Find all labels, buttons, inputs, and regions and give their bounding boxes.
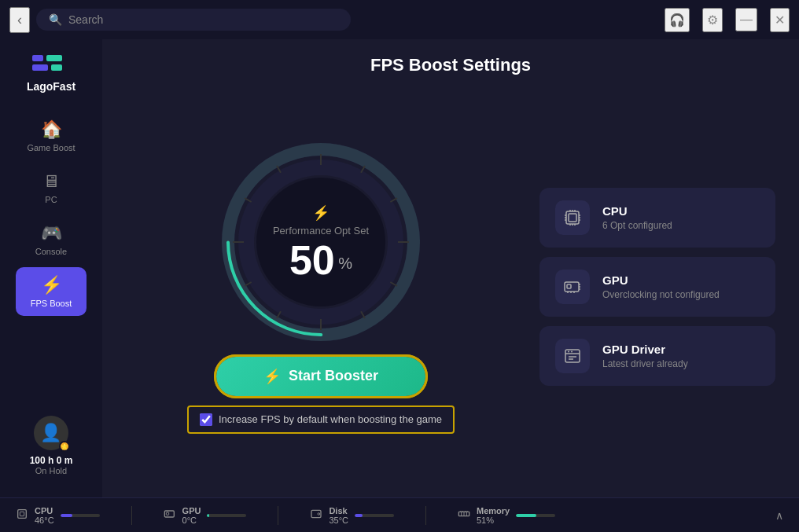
search-bar[interactable]: 🔍 Search (36, 9, 351, 31)
status-disk-label: Disk (329, 506, 348, 515)
status-cpu-info: CPU 46°C (35, 506, 54, 525)
status-disk-info: Disk 35°C (329, 506, 348, 525)
gauge-bolt-icon: ⚡ (312, 204, 330, 221)
info-card-gpu-driver[interactable]: GPU Driver Latest driver already (539, 326, 775, 386)
cpu-card-sub: 6 Opt configured (602, 220, 672, 231)
svg-rect-3 (51, 64, 62, 71)
fps-checkbox[interactable] (200, 413, 212, 426)
status-memory-fill (516, 514, 536, 517)
main-layout: LagoFast 🏠 Game Boost 🖥 PC 🎮 Console ⚡ F… (0, 39, 799, 497)
status-gpu-icon (164, 508, 176, 523)
svg-rect-36 (567, 284, 571, 288)
status-cpu-bar (61, 514, 100, 517)
gauge-center: ⚡ Performance Opt Set 50 % (273, 204, 369, 280)
status-gpu-label: GPU (182, 506, 201, 515)
status-disk-icon (310, 508, 322, 523)
increase-fps-row: Increase FPS by default when boosting th… (187, 405, 455, 434)
sidebar-footer: 👤 ⭐ 100 h 0 m On Hold (30, 406, 73, 485)
console-icon: 🎮 (41, 223, 62, 244)
sidebar-item-console[interactable]: 🎮 Console (16, 215, 87, 264)
gauge-wrapper: ⚡ Performance Opt Set 50 % (219, 140, 423, 344)
support-button[interactable]: 🎧 (665, 8, 690, 32)
svg-point-45 (568, 350, 569, 352)
booster-label: Start Booster (289, 368, 378, 384)
info-card-gpu[interactable]: GPU Overclocking not configured (539, 257, 775, 317)
status-memory-icon (458, 508, 470, 523)
svg-rect-43 (565, 350, 580, 362)
status-item-gpu: GPU 0°C (164, 506, 247, 525)
sidebar-item-label: Game Boost (27, 143, 75, 152)
gpu-icon (555, 270, 590, 304)
gauge-unit: % (338, 255, 352, 272)
gpu-driver-icon (555, 339, 590, 373)
status-disk-fill (355, 514, 363, 517)
status-gpu-bar (207, 514, 246, 517)
titlebar-actions: 🎧 ⚙ — ✕ (665, 8, 790, 32)
svg-rect-52 (166, 512, 168, 515)
sidebar-item-label: Console (35, 247, 67, 256)
gauge-label: Performance Opt Set (273, 224, 369, 236)
svg-point-46 (571, 350, 573, 352)
gpu-card-content: GPU Overclocking not configured (602, 273, 720, 300)
content-body: ⚡ Performance Opt Set 50 % ⚡ Start Boost… (126, 91, 775, 482)
search-text: Search (68, 13, 103, 26)
gauge-value: 50 (289, 237, 335, 282)
status-bar: CPU 46°C GPU 0°C (0, 497, 799, 532)
settings-button[interactable]: ⚙ (702, 8, 723, 32)
gpu-driver-card-title: GPU Driver (602, 343, 688, 356)
logo-icon (32, 52, 70, 77)
booster-section: ⚡ Start Booster Increase FPS by default … (187, 357, 455, 434)
status-gpu-info: GPU 0°C (182, 506, 201, 525)
svg-rect-50 (20, 512, 24, 515)
gauge-value-row: 50 % (289, 239, 352, 280)
pc-icon: 🖥 (42, 171, 60, 192)
fps-checkbox-label: Increase FPS by default when boosting th… (219, 413, 442, 425)
sidebar-item-label: FPS Boost (31, 299, 72, 308)
svg-rect-1 (32, 64, 48, 71)
page-title: FPS Boost Settings (126, 55, 775, 75)
gpu-card-sub: Overclocking not configured (602, 289, 720, 300)
status-memory-info: Memory 51% (477, 506, 510, 525)
avatar-badge: ⭐ (59, 441, 70, 452)
status-divider-2 (278, 506, 278, 525)
status-gpu-value: 0°C (182, 515, 201, 525)
user-time: 100 h 0 m (30, 455, 73, 466)
status-divider-3 (425, 506, 426, 525)
start-booster-button[interactable]: ⚡ Start Booster (216, 357, 425, 396)
content-area: FPS Boost Settings (102, 39, 799, 497)
minimize-button[interactable]: — (735, 8, 757, 31)
logo-text: LagoFast (27, 80, 75, 93)
back-button[interactable]: ‹ (9, 7, 30, 33)
gpu-driver-card-content: GPU Driver Latest driver already (602, 343, 688, 369)
status-gpu-fill (207, 514, 209, 517)
status-expand-button[interactable]: ∧ (775, 509, 783, 522)
cpu-card-title: CPU (602, 204, 672, 218)
info-card-cpu[interactable]: CPU 6 Opt configured (539, 188, 775, 248)
status-cpu-fill (61, 514, 72, 517)
sidebar: LagoFast 🏠 Game Boost 🖥 PC 🎮 Console ⚡ F… (0, 39, 102, 497)
titlebar: ‹ 🔍 Search 🎧 ⚙ — ✕ (0, 0, 799, 39)
search-icon: 🔍 (49, 13, 62, 26)
gauge-container: ⚡ Performance Opt Set 50 % ⚡ Start Boost… (126, 140, 516, 434)
sidebar-item-fps-boost[interactable]: ⚡ FPS Boost (16, 267, 87, 316)
status-cpu-label: CPU (35, 506, 54, 515)
status-memory-bar (516, 514, 555, 517)
svg-point-54 (318, 512, 320, 515)
cpu-icon (555, 200, 590, 235)
fps-boost-icon: ⚡ (41, 275, 62, 295)
sidebar-item-game-boost[interactable]: 🏠 Game Boost (16, 112, 87, 160)
avatar[interactable]: 👤 ⭐ (34, 416, 68, 450)
sidebar-item-pc[interactable]: 🖥 PC (16, 163, 87, 212)
status-item-memory: Memory 51% (458, 506, 555, 525)
game-boost-icon: 🏠 (41, 119, 62, 140)
logo: LagoFast (27, 52, 75, 93)
close-button[interactable]: ✕ (770, 8, 790, 32)
sidebar-nav: 🏠 Game Boost 🖥 PC 🎮 Console ⚡ FPS Boost (0, 112, 102, 316)
sidebar-item-label: PC (45, 195, 57, 204)
cpu-card-content: CPU 6 Opt configured (602, 204, 672, 231)
status-disk-value: 35°C (329, 515, 348, 525)
status-memory-label: Memory (477, 506, 510, 515)
status-cpu-icon (16, 508, 28, 523)
status-divider-1 (131, 506, 132, 525)
svg-rect-0 (32, 55, 43, 61)
